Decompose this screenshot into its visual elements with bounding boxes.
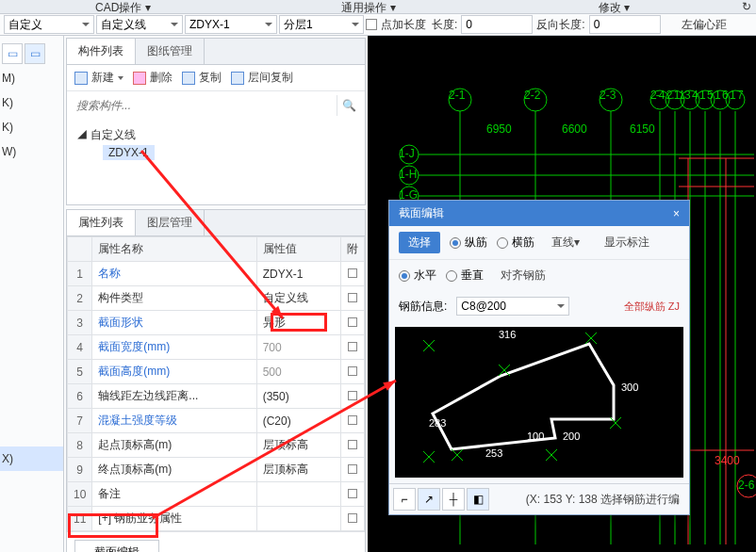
component-list-panel: 构件列表 图纸管理 新建 删除 复制 层间复制 🔍 ◢ 自定义线 ZDYX-1: [66, 38, 366, 205]
ribbon-tab-refresh[interactable]: ↻: [737, 0, 756, 13]
dropdown-category[interactable]: 自定义: [4, 15, 94, 34]
property-row[interactable]: 2构件类型自定义线: [68, 286, 365, 311]
property-row[interactable]: 5截面高度(mm)500: [68, 360, 365, 384]
cell-attach[interactable]: [341, 458, 365, 482]
tab-drawing-mgmt[interactable]: 图纸管理: [136, 39, 205, 64]
cell-attach[interactable]: [341, 409, 365, 433]
view-mode-btn-1[interactable]: ▭: [2, 43, 23, 64]
label-reverse-length: 反向长度:: [534, 17, 586, 33]
tree-node-root[interactable]: ◢ 自定义线: [76, 125, 355, 145]
search-button[interactable]: 🔍: [337, 95, 361, 116]
tab-component-list[interactable]: 构件列表: [67, 39, 136, 64]
property-row[interactable]: 9终点顶标高(m)层顶标高: [68, 458, 365, 482]
radio-vertical[interactable]: 垂直: [446, 268, 484, 284]
select-mode-button[interactable]: 选择: [399, 232, 440, 253]
cell-value[interactable]: [256, 507, 340, 531]
property-row[interactable]: 10备注: [68, 482, 365, 507]
option-line[interactable]: 直线▾: [544, 233, 587, 252]
label-add-length: 点加长度: [379, 17, 428, 33]
radio-longitudinal[interactable]: 纵筋: [450, 235, 487, 251]
cell-name: 截面高度(mm): [92, 360, 256, 384]
ribbon-tab-modify[interactable]: 修改 ▾: [491, 0, 737, 13]
tree-label[interactable]: M): [0, 66, 63, 90]
cell-value[interactable]: 700: [256, 335, 340, 360]
tree-label-selected[interactable]: X): [0, 446, 63, 471]
tree-label[interactable]: K): [0, 115, 63, 139]
dim-bottom2: 200: [563, 430, 580, 442]
copy-button[interactable]: 复制: [182, 70, 222, 86]
cell-index: 8: [68, 433, 92, 458]
option-show-dim[interactable]: 显示标注: [597, 233, 657, 252]
col-header-name: 属性名称: [92, 237, 256, 262]
cell-value[interactable]: 层顶标高: [256, 458, 340, 482]
left-sidebar: ▭ ▭ M) K) K) W) X): [0, 36, 64, 552]
dropdown-layer[interactable]: 分层1: [279, 15, 364, 34]
property-row[interactable]: 6轴线距左边线距离...(350): [68, 384, 365, 409]
ribbon: CAD操作 ▾ 通用操作 ▾ 修改 ▾ ↻: [0, 0, 756, 14]
search-input[interactable]: [71, 95, 337, 116]
input-reverse-length[interactable]: [589, 15, 661, 34]
tool-icon-4[interactable]: ◧: [467, 488, 489, 511]
chevron-down-icon: [82, 23, 90, 26]
view-mode-btn-2[interactable]: ▭: [25, 43, 45, 64]
cell-value[interactable]: 层顶标高: [256, 433, 340, 458]
cell-value[interactable]: 异形: [256, 311, 340, 335]
dialog-title: 截面编辑: [399, 205, 444, 221]
cell-name: [+] 钢筋业务属性: [92, 507, 256, 531]
section-edit-dialog: 截面编辑 × 选择 纵筋 横筋 直线▾ 显示标注 水平 垂直 对齐钢筋 钢筋信息…: [388, 200, 690, 515]
tool-icon-2[interactable]: ↗: [418, 488, 440, 511]
property-row[interactable]: 4截面宽度(mm)700: [68, 335, 365, 360]
tool-icon-3[interactable]: ┼: [442, 488, 465, 511]
radio-transverse[interactable]: 横筋: [497, 235, 534, 251]
cell-name: 终点顶标高(m): [92, 458, 256, 482]
cell-attach[interactable]: [341, 384, 365, 409]
new-button[interactable]: 新建: [74, 70, 123, 86]
cell-value[interactable]: 500: [256, 360, 340, 384]
cell-attach[interactable]: [341, 482, 365, 507]
cell-attach[interactable]: [341, 360, 365, 384]
radio-horizontal[interactable]: 水平: [399, 268, 436, 284]
delete-icon: [133, 72, 146, 85]
dropdown-component[interactable]: ZDYX-1: [185, 15, 277, 34]
label-rebar-info: 钢筋信息:: [399, 299, 447, 315]
tab-property-list[interactable]: 属性列表: [67, 210, 136, 235]
cell-name: 起点顶标高(m): [92, 433, 256, 458]
cell-index: 1: [68, 262, 92, 286]
property-row[interactable]: 7混凝土强度等级(C20): [68, 409, 365, 433]
cell-value[interactable]: [256, 482, 340, 507]
label-offset: 左偏心距: [680, 17, 729, 33]
tree-label[interactable]: K): [0, 90, 63, 115]
tab-layer-mgmt[interactable]: 图层管理: [136, 210, 205, 235]
property-row[interactable]: 1名称ZDYX-1: [68, 262, 365, 286]
input-length[interactable]: [461, 15, 533, 34]
section-edit-button[interactable]: 截面编辑: [74, 540, 159, 552]
close-icon[interactable]: ×: [673, 207, 680, 220]
cell-value[interactable]: 自定义线: [256, 286, 340, 311]
dim-left: 283: [429, 417, 446, 429]
floor-copy-button[interactable]: 层间复制: [231, 70, 293, 86]
cell-value[interactable]: (C20): [256, 409, 340, 433]
tree-label[interactable]: W): [0, 139, 63, 164]
cell-value[interactable]: ZDYX-1: [256, 262, 340, 286]
cell-attach[interactable]: [341, 335, 365, 360]
section-canvas[interactable]: 316 300 100 200 253 283: [395, 327, 683, 478]
cell-attach[interactable]: [341, 286, 365, 311]
delete-button[interactable]: 删除: [133, 70, 173, 86]
cell-attach[interactable]: [341, 507, 365, 531]
property-row[interactable]: 8起点顶标高(m)层顶标高: [68, 433, 365, 458]
tool-icon-1[interactable]: ⌐: [393, 488, 416, 511]
dropdown-rebar-info[interactable]: C8@200: [456, 297, 569, 316]
cell-value[interactable]: (350): [256, 384, 340, 409]
checkbox-add-length[interactable]: [366, 19, 377, 30]
cell-attach[interactable]: [341, 433, 365, 458]
property-row[interactable]: 11[+] 钢筋业务属性: [68, 507, 365, 531]
property-row[interactable]: 3截面形状异形: [68, 311, 365, 335]
dropdown-type[interactable]: 自定义线: [96, 15, 183, 34]
floor-copy-icon: [231, 72, 244, 85]
ribbon-tab-cad[interactable]: CAD操作 ▾: [0, 0, 246, 13]
ribbon-tab-general[interactable]: 通用操作 ▾: [246, 0, 492, 13]
cell-attach[interactable]: [341, 311, 365, 335]
option-align-rebar[interactable]: 对齐钢筋: [493, 266, 553, 285]
tree-node-item[interactable]: ZDYX-1: [103, 145, 155, 160]
cell-attach[interactable]: [341, 262, 365, 286]
